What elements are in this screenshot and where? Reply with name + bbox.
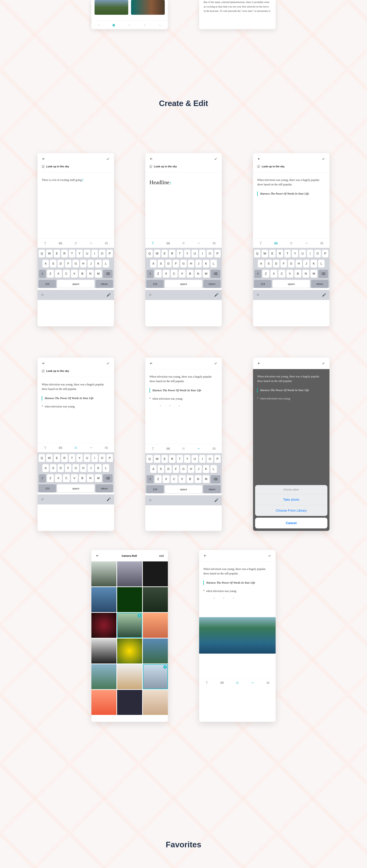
format-image-icon[interactable] — [103, 444, 110, 451]
key-u[interactable]: U — [192, 455, 198, 463]
key-n[interactable]: N — [87, 270, 94, 278]
key-e[interactable]: E — [54, 250, 60, 258]
key-r[interactable]: R — [61, 250, 67, 258]
profile-icon[interactable]: ◌ — [159, 23, 162, 27]
format-quote-icon[interactable]: 66 — [57, 240, 64, 247]
key-k[interactable]: K — [203, 260, 209, 268]
key-123[interactable]: 123 — [38, 484, 56, 492]
key-r[interactable]: R — [277, 250, 283, 258]
photo-thumbnail[interactable] — [117, 561, 142, 586]
back-icon[interactable] — [95, 554, 100, 558]
mic-icon[interactable]: 🎤 — [107, 497, 111, 501]
key-u[interactable]: U — [299, 250, 306, 258]
confirm-icon[interactable] — [214, 362, 218, 365]
confirm-icon[interactable] — [321, 157, 325, 161]
key-e[interactable]: E — [269, 250, 276, 258]
key-k[interactable]: K — [203, 465, 209, 473]
key-h[interactable]: H — [80, 260, 87, 268]
key-backspace[interactable]: ⌫ — [318, 270, 328, 278]
key-k[interactable]: K — [95, 464, 102, 472]
key-x[interactable]: X — [55, 474, 62, 482]
key-g[interactable]: G — [180, 260, 187, 268]
key-c[interactable]: C — [171, 475, 177, 483]
key-shift[interactable]: ⇧ — [39, 270, 46, 278]
key-k[interactable]: K — [95, 260, 102, 268]
confirm-icon[interactable] — [106, 362, 110, 365]
key-n[interactable]: N — [195, 475, 202, 483]
key-a[interactable]: A — [258, 260, 264, 268]
key-y[interactable]: Y — [76, 454, 83, 462]
key-l[interactable]: L — [318, 260, 324, 268]
key-shift[interactable]: ⇧ — [147, 270, 153, 278]
photo-thumbnail[interactable] — [143, 690, 168, 715]
photo-thumbnail-selected[interactable]: 2 — [143, 664, 168, 689]
key-h[interactable]: H — [295, 260, 302, 268]
key-e[interactable]: E — [54, 454, 60, 462]
key-z[interactable]: Z — [47, 474, 54, 482]
key-f[interactable]: F — [173, 465, 179, 473]
key-f[interactable]: F — [173, 260, 179, 268]
key-z[interactable]: Z — [154, 270, 162, 278]
key-u[interactable]: U — [84, 454, 90, 462]
format-image-icon[interactable] — [264, 679, 272, 686]
key-s[interactable]: S — [265, 260, 272, 268]
key-w[interactable]: W — [46, 454, 53, 462]
confirm-icon[interactable] — [214, 157, 218, 161]
format-divider-icon[interactable] — [195, 240, 202, 247]
key-t[interactable]: T — [176, 455, 183, 463]
emoji-icon[interactable]: ☺ — [256, 293, 260, 297]
back-icon[interactable] — [42, 157, 46, 161]
key-c[interactable]: C — [278, 270, 285, 278]
key-shift[interactable]: ⇧ — [39, 474, 46, 482]
format-quote-icon[interactable]: 66 — [165, 240, 172, 247]
key-f[interactable]: F — [280, 260, 287, 268]
format-text-icon[interactable]: T — [42, 444, 49, 451]
key-return[interactable]: return — [311, 280, 329, 288]
key-x[interactable]: X — [55, 270, 62, 278]
emoji-icon[interactable]: ☺ — [41, 497, 44, 501]
key-t[interactable]: T — [284, 250, 291, 258]
format-divider-icon[interactable] — [195, 445, 202, 452]
mic-icon[interactable]: 🎤 — [107, 293, 111, 297]
photo-thumbnail[interactable] — [143, 587, 168, 612]
format-image-icon[interactable] — [210, 445, 218, 452]
key-p[interactable]: P — [107, 250, 113, 258]
key-q[interactable]: Q — [254, 250, 260, 258]
key-c[interactable]: C — [63, 270, 70, 278]
key-n[interactable]: N — [87, 474, 94, 482]
key-space[interactable]: space — [57, 280, 94, 288]
key-s[interactable]: S — [158, 260, 164, 268]
choose-library-option[interactable]: Choose From Library — [255, 505, 328, 516]
back-icon[interactable] — [149, 362, 153, 365]
photo-thumbnail[interactable] — [143, 613, 168, 638]
mic-icon[interactable]: 🎤 — [214, 498, 219, 502]
key-i[interactable]: I — [307, 250, 313, 258]
format-divider-icon[interactable] — [88, 240, 94, 247]
key-q[interactable]: Q — [146, 250, 153, 258]
key-h[interactable]: H — [80, 464, 87, 472]
key-w[interactable]: W — [154, 455, 160, 463]
photo-thumbnail[interactable] — [91, 664, 116, 689]
photo-thumbnail[interactable] — [91, 690, 116, 715]
key-r[interactable]: R — [169, 455, 175, 463]
photo-thumbnail[interactable] — [117, 664, 142, 689]
mic-icon[interactable]: 🎤 — [322, 293, 326, 297]
key-u[interactable]: U — [192, 250, 198, 258]
key-o[interactable]: O — [99, 454, 105, 462]
back-icon[interactable] — [257, 362, 261, 365]
key-v[interactable]: V — [179, 270, 186, 278]
key-i[interactable]: I — [199, 250, 205, 258]
format-text-icon[interactable]: T — [257, 240, 264, 247]
key-z[interactable]: Z — [262, 270, 269, 278]
key-n[interactable]: N — [195, 270, 202, 278]
photo-thumbnail[interactable] — [143, 639, 168, 663]
key-v[interactable]: V — [286, 270, 293, 278]
key-q[interactable]: Q — [38, 250, 45, 258]
key-space[interactable]: space — [57, 484, 94, 492]
key-c[interactable]: C — [171, 270, 177, 278]
key-a[interactable]: A — [43, 260, 49, 268]
photo-thumbnail[interactable] — [143, 561, 168, 586]
key-u[interactable]: U — [84, 250, 90, 258]
key-z[interactable]: Z — [154, 475, 162, 483]
key-w[interactable]: W — [154, 250, 160, 258]
